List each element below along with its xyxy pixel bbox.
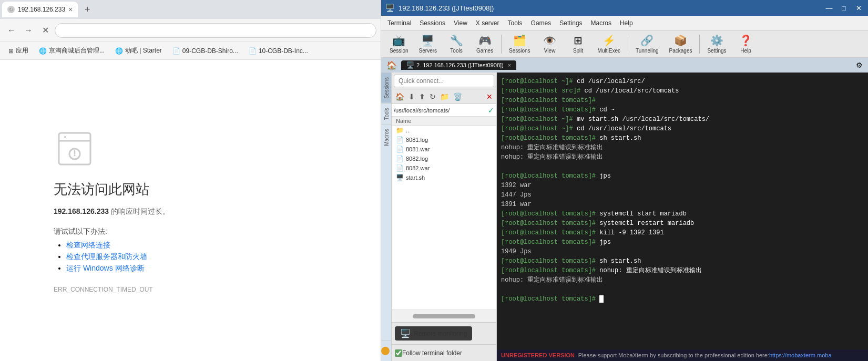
fb-files-list: 📁 .. 📄 8081.log 📄 8081.war 📄 8082.log [392, 126, 496, 310]
fb-file-icon-3: 📄 [396, 164, 404, 172]
fb-item-3[interactable]: 📄 8082.war [392, 163, 496, 173]
toolbar-multiexec-btn[interactable]: ⚡ MultiExec [594, 32, 625, 56]
fb-item-2[interactable]: 📄 8082.log [392, 154, 496, 163]
bookmark-4-icon: 📄 [249, 47, 257, 55]
terminal-output: [root@localhost ~]# cd /usr/local/src/ [… [497, 73, 868, 349]
tunneling-label: Tunneling [636, 48, 659, 54]
menu-games[interactable]: Games [527, 18, 556, 28]
terminal-line-5: [root@localhost ~]# cd /usr/local/src/to… [501, 124, 864, 133]
monitor-icon: 🖥️ [400, 328, 411, 338]
toolbar-help-btn[interactable]: ❓ Help [733, 32, 759, 56]
menu-macros[interactable]: Macros [587, 18, 616, 28]
toolbar-split-btn[interactable]: ⊞ Split [565, 32, 591, 56]
terminal-panel[interactable]: [root@localhost ~]# cd /usr/local/src/ [… [497, 73, 868, 361]
toolbar-separator-3 [699, 35, 700, 54]
moba-close-btn[interactable]: ✕ [853, 3, 864, 13]
fb-delete-btn[interactable]: 🗑️ [452, 91, 464, 102]
side-label-tools[interactable]: Tools [381, 103, 391, 124]
toolbar-view-btn[interactable]: 👁️ View [537, 32, 563, 56]
quick-connect-input[interactable] [394, 75, 494, 87]
fb-refresh-btn[interactable]: ↻ [428, 91, 437, 102]
terminal-line-6: [root@localhost tomcats]# sh start.sh [501, 133, 864, 143]
fb-item-4[interactable]: 🖥️ start.sh [392, 173, 496, 182]
browser-error-page: 无法访问此网站 192.168.126.233 的响应时间过长。 请试试以下办法… [0, 60, 381, 361]
side-label-sessions[interactable]: Sessions [381, 73, 391, 103]
moba-tab-label: 2. 192.168.126.233 ([JTtest0908]) [416, 62, 504, 68]
toolbar-sessions-btn[interactable]: 🗂️ Sessions [505, 32, 535, 56]
settings-icon: ⚙️ [710, 34, 723, 47]
fb-upload-btn[interactable]: ⬆ [417, 91, 427, 102]
quick-connect-bar [392, 73, 496, 89]
moba-tab-active[interactable]: 🖥️ 2. 192.168.126.233 ([JTtest0908]) × [401, 60, 516, 70]
fb-download-btn[interactable]: ⬇ [407, 91, 416, 102]
menu-terminal[interactable]: Terminal [383, 18, 415, 28]
bookmark-4[interactable]: 📄 10-CGB-DB-Inc... [244, 46, 312, 56]
sessions-icon: 🗂️ [513, 34, 526, 47]
side-label-macros[interactable]: Macros [381, 124, 391, 150]
toolbar-packages-btn[interactable]: 📦 Packages [665, 32, 697, 56]
servers-icon: 🖥️ [421, 34, 434, 47]
fb-newfolder-btn[interactable]: 📁 [438, 91, 451, 102]
fb-scrollbar[interactable] [413, 314, 475, 318]
follow-terminal-label[interactable]: Follow terminal folder [402, 349, 462, 357]
tab-close-btn[interactable]: × [68, 5, 73, 14]
moba-maximize-btn[interactable]: □ [839, 3, 849, 13]
fb-item-name-4: start.sh [406, 174, 492, 181]
reload-btn[interactable]: ✕ [38, 23, 53, 38]
terminal-line-14: [root@localhost tomcats]# systemctl rest… [501, 219, 864, 228]
follow-terminal-area: Follow terminal folder [392, 344, 496, 361]
moba-tab-close[interactable]: × [508, 62, 511, 68]
fb-item-1[interactable]: 📄 8081.war [392, 145, 496, 154]
toolbar-session-btn[interactable]: 📺 Session [385, 32, 413, 56]
side-label-sftp[interactable]: Sftp [381, 341, 391, 361]
suggestion-1[interactable]: 检查代理服务器和防火墙 [66, 252, 147, 261]
toolbar-games-btn[interactable]: 🎮 Games [472, 32, 498, 56]
remote-monitoring-btn[interactable]: 🖥️ Remote monitoring [395, 326, 472, 341]
address-bar[interactable]: 192.168.126.233:8081 [55, 23, 376, 38]
toolbar-tunneling-btn[interactable]: 🔗 Tunneling [631, 32, 663, 56]
fb-close-btn[interactable]: ✕ [485, 91, 494, 102]
home-icon[interactable]: 🏠 [383, 59, 400, 71]
forward-btn[interactable]: → [21, 23, 36, 38]
moba-menubar: Terminal Sessions View X server Tools Ga… [381, 16, 868, 30]
svg-point-5 [74, 155, 76, 157]
suggestion-0[interactable]: 检查网络连接 [66, 241, 110, 249]
fb-item-name-2: 8082.log [406, 156, 492, 162]
terminal-prompt-last: [root@localhost tomcats]# [501, 294, 864, 304]
terminal-line-16: [root@localhost tomcats]# jps [501, 238, 864, 247]
view-icon: 👁️ [543, 34, 556, 47]
menu-tools[interactable]: Tools [504, 18, 527, 28]
menu-help[interactable]: Help [616, 18, 637, 28]
games-icon: 🎮 [478, 34, 492, 47]
moba-settings-gear-icon[interactable]: ⚙ [853, 60, 866, 70]
status-link[interactable]: https://mobaxterm.moba [769, 352, 832, 358]
toolbar-servers-btn[interactable]: 🖥️ Servers [415, 32, 441, 56]
back-btn[interactable]: ← [4, 23, 19, 38]
fb-item-name-3: 8082.war [406, 165, 492, 171]
toolbar-settings-btn[interactable]: ⚙️ Settings [703, 32, 730, 56]
terminal-line-17: 1949 Jps [501, 247, 864, 256]
bookmark-2[interactable]: 🌐 动吧 | Starter [111, 45, 166, 56]
bookmark-apps-label: 应用 [16, 46, 28, 55]
fb-item-parent[interactable]: 📁 .. [392, 126, 496, 135]
multiexec-icon: ⚡ [603, 34, 616, 47]
menu-xserver[interactable]: X server [472, 18, 504, 28]
moba-tabs-bar: 🏠 🖥️ 2. 192.168.126.233 ([JTtest0908]) ×… [381, 58, 868, 73]
bookmark-1[interactable]: 🌐 京淘商城后台管理... [35, 45, 109, 56]
fb-home-btn[interactable]: 🏠 [394, 91, 406, 102]
fb-item-0[interactable]: 📄 8081.log [392, 135, 496, 145]
menu-settings[interactable]: Settings [555, 18, 586, 28]
tunneling-icon: 🔗 [640, 34, 653, 47]
toolbar-tools-btn[interactable]: 🔧 Tools [443, 32, 469, 56]
moba-minimize-btn[interactable]: — [824, 3, 834, 13]
fb-current-path: /usr/local/src/tomcats/ [394, 107, 486, 114]
follow-terminal-checkbox[interactable] [395, 349, 402, 357]
browser-tab-active[interactable]: ↻ 192.168.126.233 × [2, 2, 78, 17]
bookmark-apps[interactable]: ⊞ 应用 [4, 45, 33, 56]
bookmark-3[interactable]: 📄 09-CGB-DB-Shiro... [168, 46, 242, 56]
new-tab-btn[interactable]: + [80, 2, 95, 17]
suggestion-2[interactable]: 运行 Windows 网络诊断 [66, 264, 145, 272]
menu-view[interactable]: View [450, 18, 472, 28]
fb-file-icon-1: 📄 [396, 146, 404, 153]
menu-sessions[interactable]: Sessions [415, 18, 450, 28]
